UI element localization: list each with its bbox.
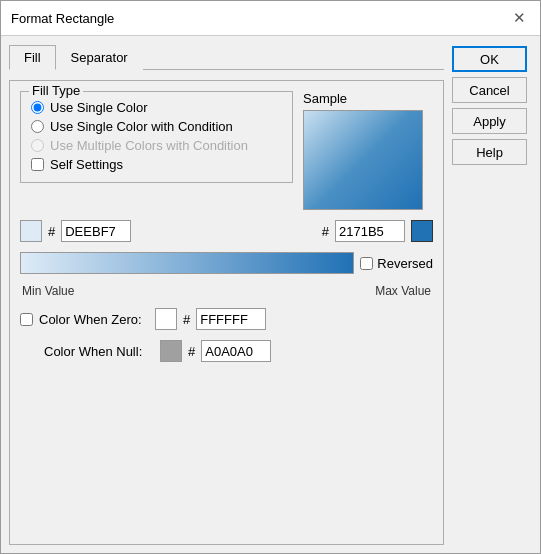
radio-single-cond-row: Use Single Color with Condition <box>31 119 282 134</box>
min-hash: # <box>48 224 55 239</box>
reversed-label[interactable]: Reversed <box>377 256 433 271</box>
content-panel: Fill Type Use Single Color Use Single Co… <box>9 80 444 545</box>
sample-preview <box>303 110 423 210</box>
fill-type-groupbox: Fill Type Use Single Color Use Single Co… <box>20 91 293 183</box>
color-min-row: # # <box>20 220 433 242</box>
null-hash: # <box>188 344 195 359</box>
sample-label: Sample <box>303 91 347 106</box>
radio-multi-cond <box>31 139 44 152</box>
gradient-bar <box>20 252 354 274</box>
max-color-swatch[interactable] <box>411 220 433 242</box>
color-when-null-label: Color When Null: <box>44 344 154 359</box>
format-rectangle-dialog: Format Rectangle ✕ Fill Separator Fill T… <box>0 0 541 554</box>
side-buttons: OK Cancel Apply Help <box>452 44 532 545</box>
self-settings-row: Self Settings <box>31 157 282 172</box>
gradient-row: Reversed <box>20 252 433 274</box>
apply-button[interactable]: Apply <box>452 108 527 134</box>
color-when-null-row: Color When Null: # <box>20 340 433 362</box>
top-row: Fill Type Use Single Color Use Single Co… <box>20 91 433 210</box>
color-when-zero-checkbox[interactable] <box>20 313 33 326</box>
zero-color-swatch[interactable] <box>155 308 177 330</box>
radio-single-cond-label[interactable]: Use Single Color with Condition <box>50 119 233 134</box>
self-settings-checkbox[interactable] <box>31 158 44 171</box>
dialog-title: Format Rectangle <box>11 11 114 26</box>
null-color-swatch[interactable] <box>160 340 182 362</box>
radio-single-cond[interactable] <box>31 120 44 133</box>
color-when-zero-row: Color When Zero: # <box>20 308 433 330</box>
zero-hash: # <box>183 312 190 327</box>
help-button[interactable]: Help <box>452 139 527 165</box>
main-area: Fill Separator Fill Type Use Single Colo… <box>9 44 444 545</box>
radio-single-color-row: Use Single Color <box>31 100 282 115</box>
sample-group: Sample <box>303 91 433 210</box>
reversed-checkbox[interactable] <box>360 257 373 270</box>
minmax-row: Min Value Max Value <box>20 284 433 298</box>
min-value-label: Min Value <box>22 284 74 298</box>
max-hash: # <box>322 224 329 239</box>
min-color-input[interactable] <box>61 220 131 242</box>
radio-single-color-label[interactable]: Use Single Color <box>50 100 148 115</box>
tab-separator[interactable]: Separator <box>56 45 143 70</box>
ok-button[interactable]: OK <box>452 46 527 72</box>
close-button[interactable]: ✕ <box>508 7 530 29</box>
min-color-swatch[interactable] <box>20 220 42 242</box>
tab-bar: Fill Separator <box>9 44 444 70</box>
radio-multi-cond-row: Use Multiple Colors with Condition <box>31 138 282 153</box>
radio-single-color[interactable] <box>31 101 44 114</box>
max-color-input[interactable] <box>335 220 405 242</box>
self-settings-label[interactable]: Self Settings <box>50 157 123 172</box>
color-when-zero-label[interactable]: Color When Zero: <box>39 312 149 327</box>
fill-type-group: Fill Type Use Single Color Use Single Co… <box>20 91 293 210</box>
zero-color-input[interactable] <box>196 308 266 330</box>
fill-type-label: Fill Type <box>29 83 83 98</box>
null-color-input[interactable] <box>201 340 271 362</box>
max-value-label: Max Value <box>375 284 431 298</box>
radio-multi-cond-label: Use Multiple Colors with Condition <box>50 138 248 153</box>
reversed-row: Reversed <box>360 256 433 271</box>
title-bar: Format Rectangle ✕ <box>1 1 540 36</box>
dialog-body: Fill Separator Fill Type Use Single Colo… <box>1 36 540 553</box>
tab-fill[interactable]: Fill <box>9 45 56 70</box>
cancel-button[interactable]: Cancel <box>452 77 527 103</box>
